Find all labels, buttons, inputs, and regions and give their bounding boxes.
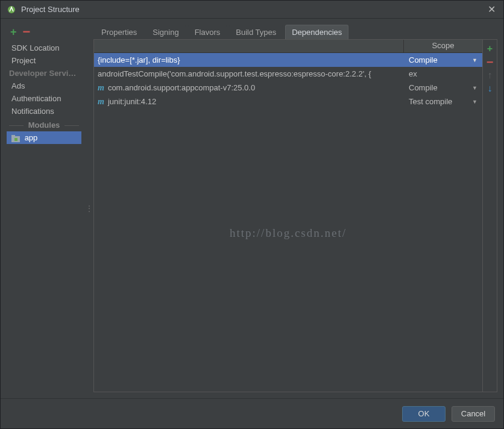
scope-value: ex: [409, 69, 417, 78]
table-row[interactable]: m com.android.support:appcompat-v7:25.0.…: [94, 81, 482, 95]
sidebar-toolbar: + −: [7, 25, 81, 39]
dependency-name: com.android.support:appcompat-v7:25.0.0: [108, 83, 255, 92]
remove-module-icon[interactable]: −: [23, 25, 31, 39]
dependency-name-cell: m junit:junit:4.12: [94, 97, 404, 107]
dependency-name: androidTestCompile('com.android.support.…: [98, 69, 371, 78]
maven-icon: m: [98, 83, 104, 93]
dependencies-toolbar: + − ↑ ↓: [482, 40, 497, 392]
tab-build-types[interactable]: Build Types: [229, 25, 283, 39]
column-header-scope[interactable]: Scope: [404, 40, 482, 52]
dependency-name-cell: m com.android.support:appcompat-v7:25.0.…: [94, 83, 404, 93]
scope-value: Compile: [409, 55, 438, 64]
sidebar-item-app-module[interactable]: app: [7, 131, 81, 144]
splitter[interactable]: [86, 25, 89, 392]
scope-dropdown[interactable]: Compile ▼: [404, 83, 482, 92]
remove-dependency-icon[interactable]: −: [484, 55, 496, 69]
module-folder-icon: [11, 135, 20, 142]
dependencies-content: Scope {include=[*.jar], dir=libs} Compil…: [93, 39, 497, 392]
close-icon[interactable]: ✕: [485, 4, 497, 15]
tab-flavors[interactable]: Flavors: [188, 25, 227, 39]
dependency-name: {include=[*.jar], dir=libs}: [98, 55, 180, 64]
titlebar: Project Structure ✕: [1, 1, 503, 19]
sidebar-item-sdk-location[interactable]: SDK Location: [7, 42, 81, 54]
scope-value: Test compile: [409, 97, 452, 106]
project-structure-dialog: Project Structure ✕ + − SDK Location Pro…: [0, 0, 504, 429]
sidebar-item-ads[interactable]: Ads: [7, 80, 81, 92]
scope-value: Compile: [409, 83, 438, 92]
add-dependency-icon[interactable]: +: [484, 42, 496, 55]
sidebar-header-modules: Modules: [7, 119, 81, 131]
cancel-button[interactable]: Cancel: [452, 406, 495, 422]
maven-icon: m: [98, 97, 104, 107]
dependency-name-cell: androidTestCompile('com.android.support.…: [94, 69, 404, 78]
chevron-down-icon: ▼: [472, 85, 477, 91]
ok-button[interactable]: OK: [402, 406, 446, 422]
dependencies-table: Scope {include=[*.jar], dir=libs} Compil…: [94, 40, 482, 392]
sidebar-item-notifications[interactable]: Notifications: [7, 105, 81, 117]
chevron-down-icon: ▼: [472, 57, 477, 63]
dialog-footer: OK Cancel: [1, 398, 503, 428]
scope-dropdown[interactable]: Compile ▼: [404, 55, 482, 64]
watermark: http://blog.csdn.net/: [94, 227, 482, 240]
table-header: Scope: [94, 40, 482, 53]
table-row[interactable]: androidTestCompile('com.android.support.…: [94, 67, 482, 81]
dialog-body: + − SDK Location Project Developer Servi…: [1, 19, 503, 398]
android-studio-icon: [7, 5, 16, 14]
move-up-icon[interactable]: ↑: [484, 69, 496, 82]
main-panel: Properties Signing Flavors Build Types D…: [93, 25, 497, 392]
sidebar-item-project[interactable]: Project: [7, 54, 81, 67]
dependency-name-cell: {include=[*.jar], dir=libs}: [94, 55, 404, 64]
table-row[interactable]: {include=[*.jar], dir=libs} Compile ▼: [94, 53, 482, 67]
scope-dropdown[interactable]: ex: [404, 69, 482, 78]
add-module-icon[interactable]: +: [10, 27, 17, 37]
svg-rect-3: [14, 138, 17, 141]
module-label: app: [25, 133, 38, 142]
sidebar-item-authentication[interactable]: Authentication: [7, 92, 81, 105]
table-body: {include=[*.jar], dir=libs} Compile ▼ an…: [94, 53, 482, 392]
window-title: Project Structure: [21, 5, 485, 14]
svg-rect-2: [11, 135, 15, 137]
move-down-icon[interactable]: ↓: [484, 82, 496, 95]
sidebar-list: SDK Location Project Developer Servic...…: [7, 42, 81, 144]
dependency-name: junit:junit:4.12: [108, 97, 156, 106]
tab-dependencies[interactable]: Dependencies: [285, 25, 348, 39]
scope-dropdown[interactable]: Test compile ▼: [404, 97, 482, 106]
tabs: Properties Signing Flavors Build Types D…: [93, 25, 497, 39]
column-header-name[interactable]: [94, 40, 404, 52]
sidebar: + − SDK Location Project Developer Servi…: [7, 25, 81, 392]
sidebar-header-developer-services: Developer Servic...: [7, 67, 81, 80]
table-row[interactable]: m junit:junit:4.12 Test compile ▼: [94, 95, 482, 108]
chevron-down-icon: ▼: [472, 99, 477, 105]
tab-signing[interactable]: Signing: [146, 25, 185, 39]
tab-properties[interactable]: Properties: [95, 25, 143, 39]
